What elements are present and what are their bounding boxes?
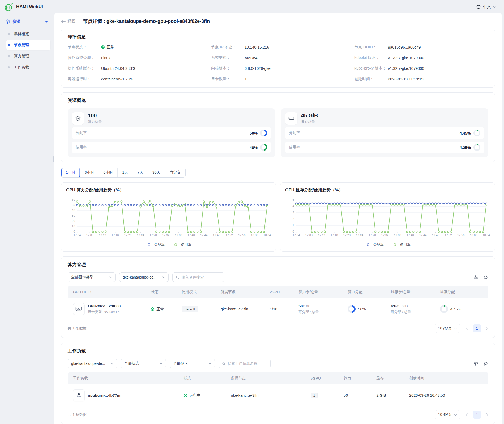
compute-usage-row: 使用率 48% [72, 142, 271, 153]
svg-text:17:12: 17:12 [318, 234, 325, 237]
core-free-total: 50/100 可分配 / 总量 [298, 304, 348, 314]
svg-text:17:44: 17:44 [200, 234, 207, 237]
workload-gpu-select[interactable]: 全部显卡 [170, 359, 215, 368]
gpu-table-row[interactable]: GPU-f9cd...23f800 显卡类型: NVIDIA L4 正常 def… [68, 298, 488, 320]
svg-text:17:40: 17:40 [407, 234, 414, 237]
time-tab-30d[interactable]: 30天 [148, 168, 165, 177]
language-selector[interactable]: 中文 [476, 5, 496, 10]
page-size-select[interactable]: 10 条/页 [435, 410, 460, 419]
chevron-down-icon [454, 328, 457, 329]
workload-name[interactable]: gpuburn-...-lb77m [88, 393, 120, 397]
time-tab-7d[interactable]: 7天 [133, 168, 148, 177]
prev-page-icon[interactable] [465, 327, 468, 330]
overview-title: 资源概览 [68, 97, 488, 104]
svg-text:17:40: 17:40 [187, 234, 195, 237]
legend-alloc[interactable]: 分配率 [146, 242, 165, 247]
page-size-select[interactable]: 10 条/页 [435, 324, 460, 333]
prev-page-icon[interactable] [465, 413, 468, 416]
workload-table-footer: 共 1 条数据 10 条/页 1 [68, 410, 488, 419]
memory-alloc-row: 分配率 4.45% [285, 127, 484, 139]
gpu-uuid[interactable]: GPU-f9cd...23f800 [88, 304, 121, 308]
header-divider [79, 19, 79, 24]
sidebar-section-resources[interactable]: 资源 [3, 17, 50, 26]
pagination: 10 条/页 1 [435, 410, 488, 419]
page-header: 返回 节点详情 : gke-kantaloupe-demo-gpu-pool-a… [54, 13, 502, 29]
time-tab-3h[interactable]: 3小时 [80, 168, 99, 177]
svg-text:17:32: 17:32 [162, 234, 169, 237]
sidebar: 资源 集群概览 节点管理 算力管理 工作负载 [0, 13, 53, 422]
memory-total-label: 显存总量 [301, 119, 318, 124]
compute-trend-chart-card: GPU 算力分配/使用趋势（%） 010203040506017:0417:08… [61, 182, 276, 252]
svg-text:17:20: 17:20 [124, 234, 131, 237]
svg-text:40: 40 [72, 209, 75, 212]
time-tab-1h[interactable]: 1小时 [61, 168, 80, 177]
next-page-icon[interactable] [486, 327, 488, 330]
sidebar-resize-handle[interactable] [53, 156, 54, 162]
refresh-icon[interactable] [483, 275, 488, 280]
column-settings-icon[interactable] [473, 361, 479, 366]
gpu-type-select[interactable]: 全部显卡类型 [68, 272, 116, 282]
search-icon [222, 362, 225, 366]
sidebar-item-workloads[interactable]: 工作负载 [6, 62, 50, 72]
memory-total-value: 45 GiB [301, 113, 318, 119]
memory-usage-gauge [473, 144, 480, 151]
workload-search-input[interactable] [228, 361, 267, 366]
field-os-type: 操作系统类型：Linux [68, 55, 202, 60]
field-kubelet-version: kubelet 版本：v1.32.7-gke.1079000 [354, 55, 488, 60]
workload-search[interactable] [219, 359, 271, 368]
field-arch: 系统架构：AMD64 [211, 55, 345, 60]
svg-text:18:00: 18:00 [470, 234, 477, 237]
page-number[interactable]: 1 [473, 411, 481, 419]
gpu-search[interactable] [172, 272, 224, 282]
svg-text:17:32: 17:32 [381, 234, 388, 237]
mem-alloc: 4.45% [440, 305, 481, 313]
time-tab-1d[interactable]: 1天 [118, 168, 133, 177]
workload-status: 运行中 [189, 393, 201, 398]
sidebar-item-compute-management[interactable]: 算力管理 [6, 51, 50, 61]
svg-text:17:04: 17:04 [74, 234, 81, 237]
table-toolbar [473, 275, 488, 280]
time-tab-6h[interactable]: 6小时 [99, 168, 118, 177]
status-dot-icon [101, 45, 105, 49]
memory-total-card: 45 GiB 显存总量 分配率 4.45% 使用率 4.25% [281, 108, 488, 157]
svg-text:17:20: 17:20 [343, 234, 351, 237]
time-range-tabs: 1小时 3小时 6小时 1天 7天 30天 自定义 [61, 168, 186, 178]
sidebar-item-cluster-overview[interactable]: 集群概览 [6, 28, 50, 39]
legend-usage[interactable]: 使用率 [392, 242, 411, 247]
legend-usage[interactable]: 使用率 [173, 242, 191, 247]
svg-text:17:16: 17:16 [112, 234, 119, 237]
column-settings-icon[interactable] [473, 275, 479, 280]
back-button[interactable]: 返回 [61, 19, 75, 24]
svg-text:4: 4 [293, 204, 294, 208]
compute-table-header: GPU UUID 状态 使用模式 所属节点 vGPU 算力余/总量 算力分配 显… [68, 286, 488, 298]
sidebar-item-label: 工作负载 [14, 65, 29, 70]
workload-status-select[interactable]: 全部状态 [121, 359, 166, 368]
svg-text:17:24: 17:24 [356, 234, 363, 237]
workload-node-select[interactable]: gke-kantaloupe-de... [68, 359, 117, 368]
workload-node: gke-kant...e-3fln [231, 393, 311, 397]
sidebar-item-node-management[interactable]: 节点管理 [6, 40, 50, 50]
node-select[interactable]: gke-kantaloupe-de... [119, 272, 169, 282]
details-grid: 节点状态： 正常 节点 IP 地址：10.140.15.216 节点 UUID：… [68, 45, 488, 83]
time-tab-custom[interactable]: 自定义 [165, 168, 185, 177]
gpu-search-input[interactable] [181, 275, 221, 279]
field-gpu-count: 显卡数量：1 [211, 76, 345, 82]
legend-alloc[interactable]: 分配率 [365, 242, 384, 247]
search-icon [176, 275, 179, 279]
legend-marker-icon [365, 245, 371, 245]
total-count: 共 1 条数据 [68, 412, 87, 417]
svg-text:18:04: 18:04 [483, 234, 490, 237]
next-page-icon[interactable] [486, 413, 488, 416]
workload-table-row[interactable]: gpuburn-...-lb77m 运行中 gke-kant...e-3fln … [68, 384, 488, 406]
legend-marker-icon [173, 245, 179, 245]
page-number[interactable]: 1 [473, 324, 481, 332]
svg-text:3: 3 [293, 211, 294, 214]
gpu-card-icon [73, 303, 85, 315]
svg-text:30: 30 [72, 214, 75, 217]
svg-text:50: 50 [72, 203, 75, 207]
svg-text:17:44: 17:44 [419, 234, 426, 237]
workload-created: 2026-03-26 16:48:50 [409, 393, 483, 397]
refresh-icon[interactable] [483, 361, 488, 366]
chevron-down-icon [162, 276, 165, 278]
svg-text:17:24: 17:24 [137, 234, 144, 237]
